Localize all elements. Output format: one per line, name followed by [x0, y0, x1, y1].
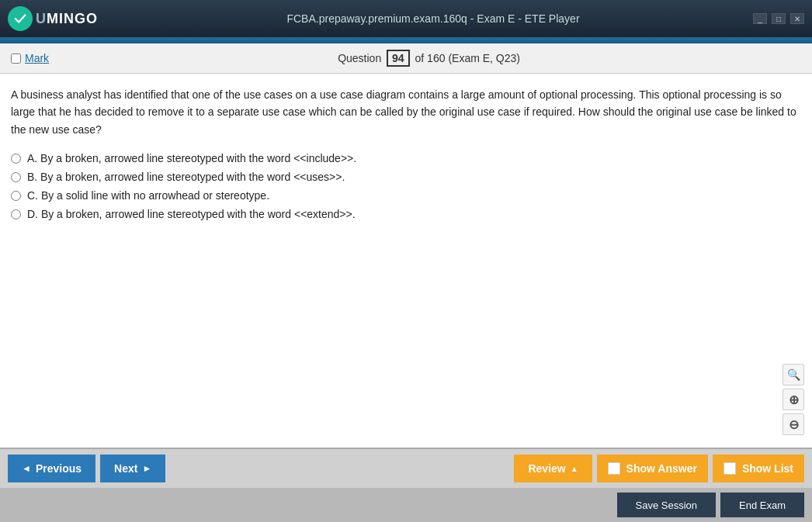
show-list-button[interactable]: Show List	[713, 455, 804, 482]
mark-text[interactable]: Mark	[25, 52, 49, 64]
bottom-action-bar: Save Session End Exam	[0, 488, 812, 522]
close-button[interactable]: ✕	[790, 13, 804, 24]
search-icon[interactable]: 🔍	[783, 364, 804, 385]
option-a-text: A. By a broken, arrowed line stereotyped…	[27, 152, 356, 164]
show-answer-label: Show Answer	[626, 462, 697, 475]
next-chevron-icon: ►	[142, 463, 151, 474]
maximize-button[interactable]: □	[772, 13, 786, 24]
show-list-checkbox-icon	[724, 462, 736, 475]
main-content: A business analyst has identified that o…	[0, 74, 812, 448]
zoom-out-icon[interactable]: ⊖	[783, 413, 804, 435]
total-questions: of 160	[415, 52, 446, 64]
radio-c[interactable]	[11, 191, 21, 201]
review-button[interactable]: Review ▲	[514, 455, 592, 482]
question-text: A business analyst has identified that o…	[11, 86, 801, 138]
window-controls: _ □ ✕	[753, 13, 804, 24]
save-session-button[interactable]: Save Session	[617, 493, 717, 517]
logo-text: UMINGO	[36, 11, 98, 27]
title-bar: UMINGO FCBA.prepaway.premium.exam.160q -…	[0, 0, 812, 37]
answer-options: A. By a broken, arrowed line stereotyped…	[11, 152, 801, 220]
option-d-text: D. By a broken, arrowed line stereotyped…	[27, 208, 356, 220]
show-answer-checkbox-icon	[608, 462, 620, 475]
end-exam-button[interactable]: End Exam	[720, 493, 804, 517]
radio-b[interactable]	[11, 172, 21, 182]
radio-a[interactable]	[11, 154, 21, 164]
show-answer-button[interactable]: Show Answer	[597, 455, 708, 482]
question-info: Question 94 of 160 (Exam E, Q23)	[57, 50, 801, 67]
next-label: Next	[114, 462, 137, 475]
mark-label[interactable]: Mark	[11, 52, 49, 64]
radio-d[interactable]	[11, 209, 21, 220]
previous-label: Previous	[36, 462, 82, 475]
question-number: 94	[387, 50, 410, 67]
show-list-label: Show List	[742, 462, 793, 475]
logo-icon	[8, 6, 33, 31]
exam-info: (Exam E, Q23)	[448, 52, 520, 64]
sub-header-bar	[0, 37, 812, 43]
zoom-in-icon[interactable]: ⊕	[783, 389, 804, 410]
option-d[interactable]: D. By a broken, arrowed line stereotyped…	[11, 208, 801, 220]
option-b[interactable]: B. By a broken, arrowed line stereotyped…	[11, 171, 801, 183]
bottom-nav: ◄ Previous Next ► Review ▲ Show Answer S…	[0, 448, 812, 488]
mark-checkbox[interactable]	[11, 54, 21, 64]
minimize-button[interactable]: _	[753, 13, 767, 24]
review-arrow-icon: ▲	[571, 465, 578, 473]
option-c[interactable]: C. By a solid line with no arrowhead or …	[11, 189, 801, 202]
question-label: Question	[338, 52, 381, 64]
option-a[interactable]: A. By a broken, arrowed line stereotyped…	[11, 152, 801, 164]
option-b-text: B. By a broken, arrowed line stereotyped…	[27, 171, 345, 183]
side-icons: 🔍 ⊕ ⊖	[783, 364, 804, 435]
review-label: Review	[528, 462, 565, 475]
end-exam-label: End Exam	[739, 500, 786, 511]
option-c-text: C. By a solid line with no arrowhead or …	[27, 189, 269, 202]
logo: UMINGO	[8, 6, 98, 31]
previous-button[interactable]: ◄ Previous	[8, 455, 95, 482]
question-header: Mark Question 94 of 160 (Exam E, Q23)	[0, 43, 812, 74]
next-button[interactable]: Next ►	[100, 455, 165, 482]
previous-chevron-icon: ◄	[22, 463, 31, 474]
window-title: FCBA.prepaway.premium.exam.160q - Exam E…	[113, 12, 753, 25]
save-session-label: Save Session	[636, 500, 698, 511]
